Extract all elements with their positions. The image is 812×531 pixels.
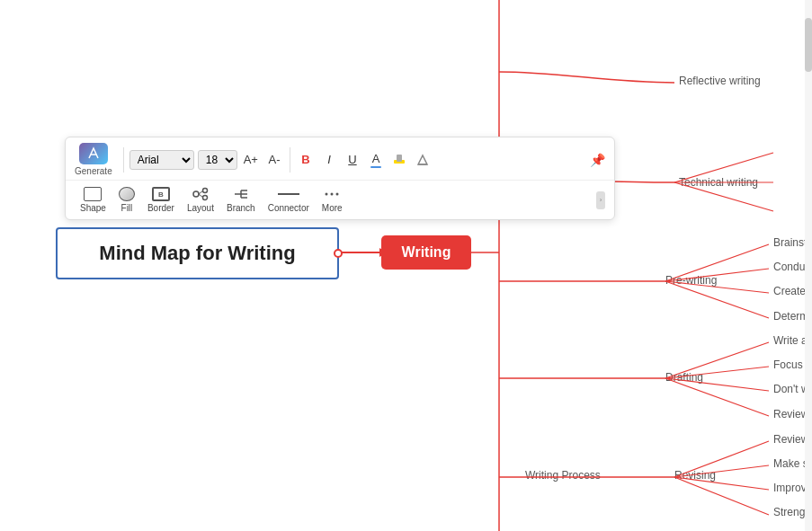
font-family-select[interactable]: Arial Times New Roman Verdana (129, 150, 194, 170)
scrollbar[interactable] (805, 0, 812, 531)
branch-btn[interactable]: Branch (221, 184, 261, 216)
writing-node-text: Writing (402, 244, 451, 261)
branch-technical: Technical writing (679, 176, 758, 189)
font-size-select[interactable]: 18 12 14 16 20 24 (198, 150, 237, 170)
svg-point-23 (193, 191, 199, 197)
font-color-btn[interactable]: A (366, 150, 386, 170)
divider-1 (123, 147, 124, 173)
border-btn[interactable]: B Border (142, 184, 180, 216)
decrease-font-btn[interactable]: A- (264, 150, 284, 170)
layout-btn[interactable]: Layout (182, 184, 219, 216)
scroll-thumb[interactable] (805, 18, 812, 72)
fill-btn[interactable]: Fill (113, 184, 140, 216)
branch-drafting: Drafting (665, 371, 703, 384)
toolbar-top-row: Generate Arial Times New Roman Verdana 1… (66, 137, 614, 181)
connector-btn[interactable]: Connector (263, 184, 315, 216)
highlight-btn[interactable] (389, 150, 409, 170)
connector-dot (334, 249, 343, 258)
branch-reflective: Reflective writing (679, 75, 761, 87)
expand-handle[interactable]: › (596, 191, 605, 209)
generate-label: Generate (75, 166, 112, 176)
divider-2 (290, 147, 290, 173)
branch-revising: Revising (674, 469, 716, 482)
svg-rect-20 (397, 155, 402, 162)
main-node[interactable]: Mind Map for Writing (56, 227, 339, 279)
more-btn[interactable]: More (317, 184, 348, 216)
svg-point-35 (331, 193, 334, 196)
italic-btn[interactable]: I (319, 150, 339, 170)
bold-btn[interactable]: B (296, 150, 316, 170)
svg-point-34 (326, 193, 328, 196)
svg-point-24 (202, 189, 207, 193)
shape-btn[interactable]: Shape (75, 184, 112, 216)
svg-point-36 (336, 193, 339, 196)
toolbar-bottom-row: Shape Fill B Border Layout (66, 181, 614, 219)
branch-pre-writing: Pre-writing (665, 274, 717, 287)
main-node-text: Mind Map for Writing (99, 242, 295, 265)
eraser-btn[interactable] (413, 150, 433, 170)
svg-marker-21 (418, 155, 427, 164)
branch-writing-process: Writing Process (525, 469, 601, 482)
generate-btn[interactable]: Generate (75, 143, 112, 176)
svg-line-27 (199, 194, 203, 198)
writing-node[interactable]: Writing (381, 235, 471, 270)
underline-btn[interactable]: U (343, 150, 362, 170)
toolbar: Generate Arial Times New Roman Verdana 1… (65, 137, 615, 220)
increase-font-btn[interactable]: A+ (241, 150, 261, 170)
svg-point-25 (202, 196, 207, 200)
pin-icon[interactable]: 📌 (590, 153, 605, 167)
svg-line-26 (199, 191, 203, 195)
